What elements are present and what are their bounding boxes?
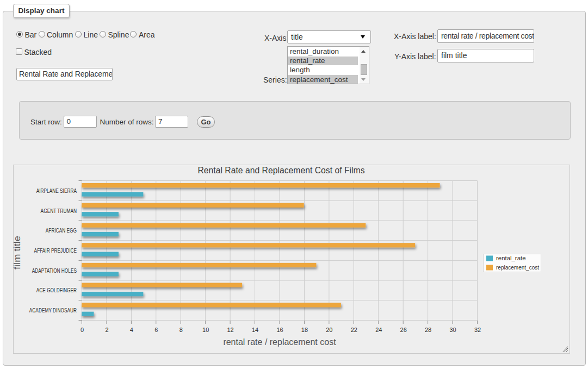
svg-text:4: 4 [130, 327, 133, 333]
svg-text:30: 30 [449, 327, 456, 333]
svg-text:10: 10 [202, 327, 209, 333]
svg-text:24: 24 [375, 327, 382, 333]
svg-text:ACADEMY DINOSAUR: ACADEMY DINOSAUR [29, 308, 77, 313]
svg-text:16: 16 [276, 327, 283, 333]
svg-text:AFFAIR PREJUDICE: AFFAIR PREJUDICE [34, 248, 77, 254]
svg-text:2: 2 [105, 327, 108, 333]
svg-text:14: 14 [252, 327, 258, 333]
svg-text:18: 18 [301, 327, 308, 333]
svg-text:28: 28 [425, 327, 431, 333]
svg-text:AGENT TRUMAN: AGENT TRUMAN [41, 208, 77, 214]
svg-text:20: 20 [326, 327, 332, 333]
svg-text:6: 6 [154, 327, 158, 333]
svg-text:rental rate / replacement cost: rental rate / replacement cost [223, 337, 336, 347]
svg-text:26: 26 [400, 327, 407, 333]
svg-text:32: 32 [474, 327, 481, 333]
svg-text:Rental Rate and Replacement Co: Rental Rate and Replacement Cost of Film… [198, 166, 365, 175]
svg-text:22: 22 [351, 327, 357, 333]
svg-text:ACE GOLDFINGER: ACE GOLDFINGER [36, 287, 77, 293]
svg-text:12: 12 [227, 327, 233, 333]
svg-text:AFRICAN EGG: AFRICAN EGG [46, 228, 77, 234]
svg-text:film title: film title [14, 236, 22, 269]
svg-text:rental_rate: rental_rate [496, 255, 526, 261]
svg-text:AIRPLANE SIERRA: AIRPLANE SIERRA [36, 188, 77, 194]
svg-text:ADAPTATION HOLES: ADAPTATION HOLES [32, 268, 77, 274]
svg-text:8: 8 [180, 327, 183, 333]
svg-text:0: 0 [81, 327, 84, 333]
svg-text:replacement_cost: replacement_cost [496, 264, 540, 271]
